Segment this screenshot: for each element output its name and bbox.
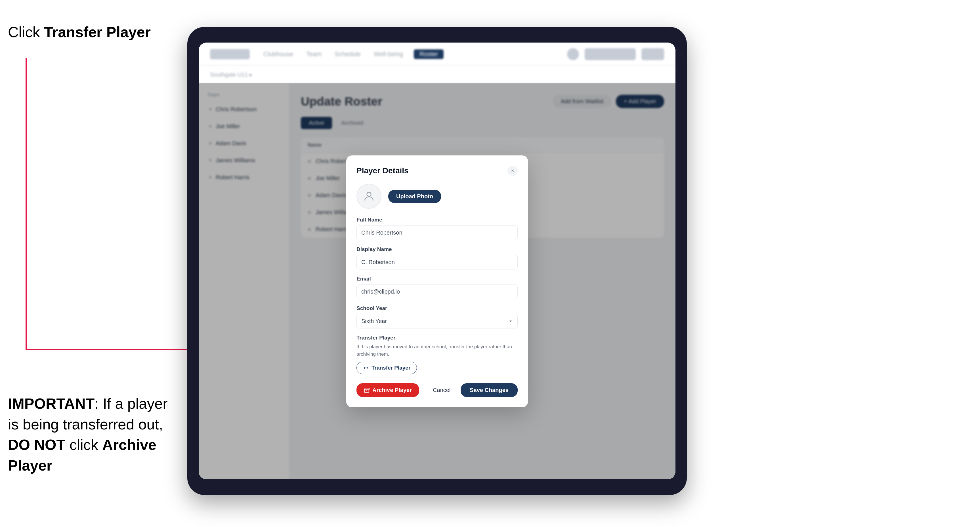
upload-photo-button[interactable]: Upload Photo <box>388 190 441 203</box>
archive-player-button[interactable]: Archive Player <box>356 383 419 397</box>
email-input[interactable] <box>356 284 518 299</box>
app-header: Clubhouse Team Schedule Well-being Roste… <box>199 43 676 66</box>
email-label: Email <box>356 276 518 282</box>
cancel-button[interactable]: Cancel <box>427 383 456 397</box>
nav-clubhouse: Clubhouse <box>261 49 296 59</box>
archive-icon <box>364 387 369 393</box>
full-name-input[interactable] <box>356 225 518 240</box>
photo-placeholder <box>356 184 382 209</box>
transfer-icon <box>363 365 369 371</box>
header-right <box>567 48 664 60</box>
display-name-label: Display Name <box>356 246 518 252</box>
archive-label: Archive Player <box>372 387 412 394</box>
modal-title: Player Details <box>356 166 409 175</box>
arrow-vertical <box>25 58 27 350</box>
app-logo <box>210 49 250 59</box>
instruction-prefix: Click <box>8 24 44 40</box>
full-name-group: Full Name <box>356 217 518 240</box>
school-year-label: School Year <box>356 305 518 311</box>
tablet-screen: Clubhouse Team Schedule Well-being Roste… <box>199 43 676 479</box>
modal-header: Player Details × <box>356 166 518 176</box>
transfer-player-button[interactable]: Transfer Player <box>356 362 417 374</box>
header-action-btn2 <box>641 48 664 60</box>
player-details-modal: Player Details × Upload <box>346 156 528 407</box>
save-changes-button[interactable]: Save Changes <box>461 383 518 397</box>
app-nav: Clubhouse Team Schedule Well-being Roste… <box>261 49 556 59</box>
email-group: Email <box>356 276 518 299</box>
nav-wellbeing: Well-being <box>372 49 406 59</box>
sub-header: Southgate U11 ▸ <box>199 66 676 83</box>
instruction-important: IMPORTANT <box>8 395 94 412</box>
transfer-description: If this player has moved to another scho… <box>356 343 518 358</box>
header-action-btn <box>585 48 636 60</box>
instruction-do-not: DO NOT <box>8 437 65 453</box>
nav-schedule: Schedule <box>332 49 363 59</box>
user-avatar <box>567 48 579 60</box>
footer-right: Cancel Save Changes <box>427 383 518 397</box>
modal-overlay: Player Details × Upload <box>199 83 676 479</box>
tablet-device: Clubhouse Team Schedule Well-being Roste… <box>187 27 687 495</box>
nav-team: Team <box>304 49 324 59</box>
sub-header-text: Southgate U11 ▸ <box>210 71 252 78</box>
school-year-group: School Year First Year Second Year Third… <box>356 305 518 329</box>
instruction-end: click <box>65 437 102 453</box>
close-icon: × <box>511 168 514 174</box>
svg-point-0 <box>367 192 371 196</box>
content-area: Team Chris Robertson Joe Miller Adam Dav… <box>199 83 676 479</box>
transfer-title: Transfer Player <box>356 335 518 341</box>
person-icon <box>363 190 375 203</box>
school-year-select[interactable]: First Year Second Year Third Year Fourth… <box>356 314 518 329</box>
instruction-bold: Transfer Player <box>44 24 151 40</box>
nav-roster: Roster <box>414 49 444 59</box>
modal-close-button[interactable]: × <box>508 166 518 176</box>
transfer-btn-label: Transfer Player <box>372 365 410 371</box>
display-name-input[interactable] <box>356 255 518 270</box>
instruction-bottom: IMPORTANT: If a player is being transfer… <box>8 394 173 476</box>
svg-rect-1 <box>364 388 369 389</box>
transfer-player-section: Transfer Player If this player has moved… <box>356 335 518 374</box>
modal-footer: Archive Player Cancel Save Changes <box>356 382 518 397</box>
display-name-group: Display Name <box>356 246 518 270</box>
full-name-label: Full Name <box>356 217 518 223</box>
instruction-top: Click Transfer Player <box>8 23 151 42</box>
photo-section: Upload Photo <box>356 184 518 209</box>
